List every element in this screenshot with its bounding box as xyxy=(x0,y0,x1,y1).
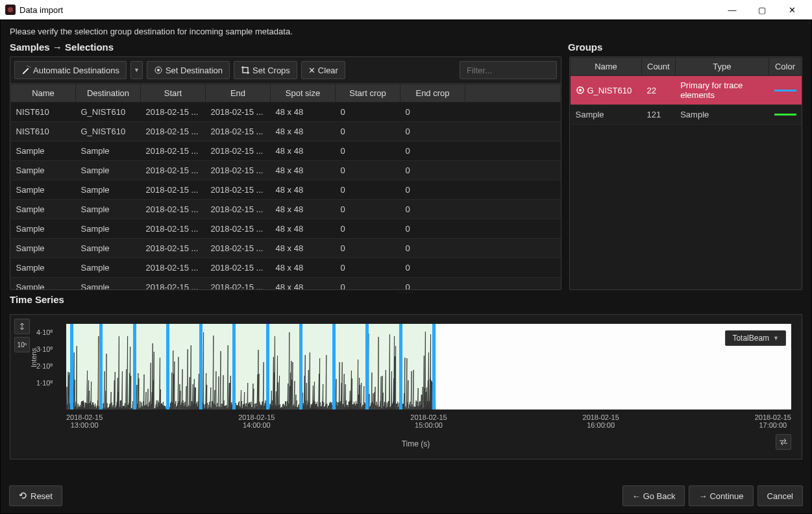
table-row[interactable]: SampleSample2018-02-15 ...2018-02-15 ...… xyxy=(11,219,561,239)
xtick: 2018-02-1517:00:00 xyxy=(755,413,791,429)
app-icon xyxy=(5,5,16,15)
scale-y-button[interactable] xyxy=(14,319,30,334)
col-startcrop[interactable]: Start crop xyxy=(336,84,400,103)
groups-section-title: Groups xyxy=(559,39,611,56)
set-crops-button[interactable]: Set Crops xyxy=(234,61,297,79)
samples-toolbar: Automatic Destinations ▼ Set Destination… xyxy=(10,57,561,83)
col-name[interactable]: Name xyxy=(11,84,76,103)
auto-destinations-button[interactable]: Automatic Destinations xyxy=(14,61,127,79)
set-destination-button[interactable]: Set Destination xyxy=(147,61,230,79)
table-row[interactable]: SampleSample2018-02-15 ...2018-02-15 ...… xyxy=(11,180,561,200)
continue-button[interactable]: → Continue xyxy=(689,485,753,506)
arrows-vertical-icon xyxy=(18,323,26,330)
yaxis-ticks: 4·10⁸ 3·10⁸ 2·10⁸ 1·10⁸ xyxy=(36,324,53,391)
table-row[interactable]: SampleSample2018-02-15 ...2018-02-15 ...… xyxy=(11,200,561,219)
samples-section-title: Samples → Selections xyxy=(1,39,559,56)
undo-icon xyxy=(19,491,28,500)
cancel-label: Cancel xyxy=(767,491,793,501)
arrows-horizontal-icon xyxy=(779,437,788,447)
auto-destinations-label: Automatic Destinations xyxy=(33,66,119,75)
reset-label: Reset xyxy=(31,491,53,501)
crop-icon xyxy=(241,66,250,75)
col-dest[interactable]: Destination xyxy=(76,84,141,103)
segment-marker xyxy=(299,324,302,410)
xtick: 2018-02-1513:00:00 xyxy=(66,413,103,429)
legend-label: TotalBeam xyxy=(732,334,769,343)
minimize-button[interactable]: — xyxy=(717,0,747,19)
segment-marker xyxy=(199,324,203,410)
table-row[interactable]: SampleSample2018-02-15 ...2018-02-15 ...… xyxy=(11,258,561,278)
go-back-button[interactable]: ← Go Back xyxy=(622,485,685,506)
table-row[interactable]: NIST610G_NIST6102018-02-15 ...2018-02-15… xyxy=(11,103,561,122)
gcol-color[interactable]: Color xyxy=(769,58,802,76)
continue-label: Continue xyxy=(709,491,743,501)
samples-panel: Automatic Destinations ▼ Set Destination… xyxy=(10,56,561,290)
log-scale-button[interactable]: 10ⁿ xyxy=(14,337,30,352)
xtick: 2018-02-1515:00:00 xyxy=(410,413,447,429)
segment-marker xyxy=(365,324,369,410)
plot-area[interactable] xyxy=(66,324,791,410)
gcol-type[interactable]: Type xyxy=(675,58,769,76)
window-title: Data import xyxy=(19,5,63,15)
col-end[interactable]: End xyxy=(206,84,271,103)
set-crops-label: Set Crops xyxy=(252,66,290,75)
table-row[interactable]: NIST610G_NIST6102018-02-15 ...2018-02-15… xyxy=(11,122,561,141)
col-blank xyxy=(465,84,561,103)
footer: Reset ← Go Back → Continue Cancel xyxy=(9,485,803,506)
gcol-name[interactable]: Name xyxy=(571,58,642,76)
segment-marker xyxy=(133,324,136,410)
table-row[interactable]: SampleSample2018-02-15 ...2018-02-15 ...… xyxy=(11,161,561,180)
segment-marker xyxy=(166,324,169,410)
xtick: 2018-02-1514:00:00 xyxy=(238,413,275,429)
x-icon: ✕ xyxy=(308,66,315,75)
arrow-left-icon: ← xyxy=(632,491,641,501)
table-row[interactable]: SampleSample2018-02-15 ...2018-02-15 ...… xyxy=(11,278,561,290)
instruction-text: Please verify the selection group destin… xyxy=(1,20,811,39)
table-row[interactable]: SampleSample2018-02-15 ...2018-02-15 ...… xyxy=(11,141,561,161)
segment-marker xyxy=(432,324,436,410)
timeseries-section-title: Time Series xyxy=(1,294,811,309)
target-icon xyxy=(154,66,163,75)
segment-marker xyxy=(332,324,336,410)
wand-icon xyxy=(21,66,31,75)
groups-panel: Name Count Type Color G_NIST61022Primary… xyxy=(569,56,802,290)
col-spot[interactable]: Spot size xyxy=(271,84,336,103)
segment-marker xyxy=(399,324,402,410)
titlebar: Data import — ▢ ✕ xyxy=(0,0,812,19)
close-button[interactable]: ✕ xyxy=(777,0,807,19)
svg-point-4 xyxy=(579,89,582,92)
auto-destinations-dropdown[interactable]: ▼ xyxy=(130,61,143,79)
cancel-button[interactable]: Cancel xyxy=(757,485,803,506)
gcol-count[interactable]: Count xyxy=(642,58,676,76)
go-back-label: Go Back xyxy=(643,491,676,501)
table-row[interactable]: SampleSample2018-02-15 ...2018-02-15 ...… xyxy=(11,239,561,258)
maximize-button[interactable]: ▢ xyxy=(747,0,777,19)
segment-marker xyxy=(232,324,236,410)
svg-point-2 xyxy=(157,69,160,71)
swap-axes-button[interactable] xyxy=(776,434,791,450)
col-endcrop[interactable]: End crop xyxy=(400,84,465,103)
xtick: 2018-02-1516:00:00 xyxy=(583,413,619,429)
samples-table[interactable]: Name Destination Start End Spot size Sta… xyxy=(10,84,561,289)
set-destination-label: Set Destination xyxy=(166,66,223,75)
filter-input[interactable] xyxy=(460,61,557,79)
reset-button[interactable]: Reset xyxy=(9,485,62,506)
series-selector[interactable]: TotalBeam ▼ xyxy=(725,330,786,346)
segment-marker xyxy=(99,324,103,410)
clear-button[interactable]: ✕ Clear xyxy=(301,61,345,79)
col-start[interactable]: Start xyxy=(141,84,206,103)
xaxis-ticks: 2018-02-1513:00:002018-02-1514:00:002018… xyxy=(66,413,791,429)
group-row[interactable]: Sample121Sample xyxy=(571,105,802,125)
target-icon xyxy=(576,86,585,95)
segment-marker xyxy=(266,324,269,410)
clear-label: Clear xyxy=(318,66,338,75)
chevron-down-icon: ▼ xyxy=(773,335,779,341)
xlabel: Time (s) xyxy=(34,439,798,448)
svg-point-0 xyxy=(8,7,13,12)
timeseries-plot[interactable]: Intens 4·10⁸ 3·10⁸ 2·10⁸ 1·10⁸ 2018-02-1… xyxy=(34,319,798,455)
groups-table[interactable]: Name Count Type Color G_NIST61022Primary… xyxy=(570,57,802,125)
group-row[interactable]: G_NIST61022Primary for trace elements xyxy=(571,76,802,105)
arrow-right-icon: → xyxy=(698,491,707,501)
timeseries-panel: 10ⁿ Intens 4·10⁸ 3·10⁸ 2·10⁸ 1·10⁸ 2018-… xyxy=(10,314,802,459)
segment-marker xyxy=(70,324,73,410)
